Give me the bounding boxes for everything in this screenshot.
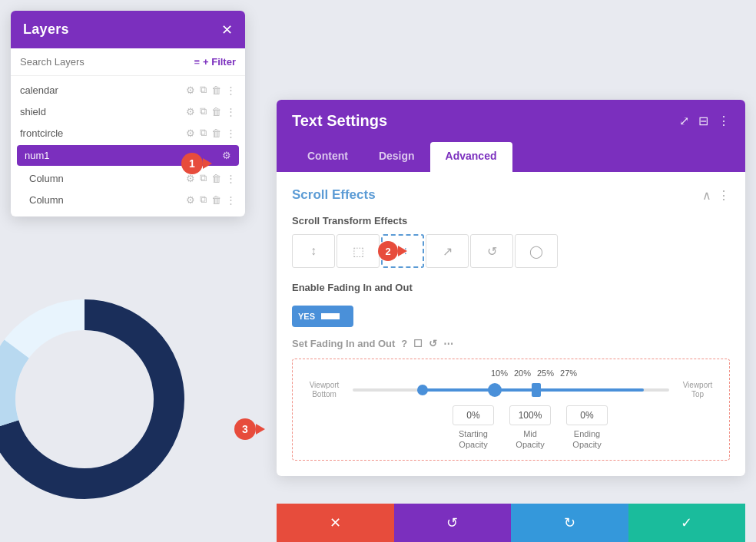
trash-icon[interactable]: 🗑 xyxy=(211,106,221,117)
scroll-effects-title: Scroll Effects xyxy=(292,187,376,203)
search-input[interactable] xyxy=(20,56,187,68)
copy-icon[interactable]: ⧉ xyxy=(200,193,207,206)
settings-tabs: Content Design Advanced xyxy=(277,142,745,172)
vertical-scroll-icon: ↕ xyxy=(310,244,317,258)
enable-fading-row: Enable Fading In and Out xyxy=(292,282,730,293)
step-badge-3: 3 xyxy=(234,418,256,440)
expand-icon[interactable]: ⤢ xyxy=(679,114,689,128)
close-icon[interactable]: ✕ xyxy=(221,23,233,37)
fading-section-label: Set Fading In and Out xyxy=(292,338,395,349)
settings-title: Text Settings xyxy=(292,112,387,130)
dots-icon[interactable]: ⋮ xyxy=(226,106,236,117)
history-icon[interactable]: ↺ xyxy=(429,338,437,349)
tab-content[interactable]: Content xyxy=(292,142,363,172)
slider-thumb-1[interactable] xyxy=(417,385,428,395)
mid-opacity-input[interactable] xyxy=(509,405,551,425)
slider-track[interactable] xyxy=(353,388,669,392)
settings-header: Text Settings ⤢ ⊟ ⋮ xyxy=(277,100,745,142)
layers-title: Layers xyxy=(23,21,69,38)
viewport-bottom-label: ViewportBottom xyxy=(305,381,343,399)
transform-btn-vertical[interactable]: ↕ xyxy=(292,234,335,268)
columns-icon[interactable]: ⊟ xyxy=(698,114,708,128)
help-icon[interactable]: ? xyxy=(401,338,407,349)
bottom-toolbar: ✕ ↺ ↻ ✓ xyxy=(277,504,745,542)
toggle-yes-label: YES xyxy=(292,309,321,324)
search-bar: ≡ + Filter xyxy=(11,48,245,76)
menu-icon[interactable]: ⋯ xyxy=(443,338,453,349)
copy-icon[interactable]: ⧉ xyxy=(200,127,207,139)
list-item[interactable]: Column ⚙ ⧉ 🗑 ⋮ xyxy=(11,167,245,189)
slider-percentages: 10% 20% 25% 27% xyxy=(305,368,717,378)
transform-btn-3[interactable]: ↗ xyxy=(426,234,469,268)
settings-body: Scroll Effects ∧ ⋮ Scroll Transform Effe… xyxy=(277,172,745,476)
opacity-icon: ◯ xyxy=(529,244,543,259)
ending-opacity-field: EndingOpacity xyxy=(566,405,608,451)
cancel-icon: ✕ xyxy=(330,514,341,531)
scroll-transform-label: Scroll Transform Effects xyxy=(292,215,730,226)
viewport-top-label: ViewportTop xyxy=(678,381,717,399)
undo-button[interactable]: ↺ xyxy=(394,504,512,542)
gear-icon[interactable]: ⚙ xyxy=(186,84,195,96)
transform-btn-4[interactable]: ↺ xyxy=(470,234,513,268)
confirm-icon: ✓ xyxy=(681,514,692,531)
mid-opacity-label: MidOpacity xyxy=(516,428,544,451)
tab-design[interactable]: Design xyxy=(363,142,430,172)
transform-btn-2[interactable]: ⬚ xyxy=(337,234,380,268)
cancel-button[interactable]: ✕ xyxy=(277,504,394,542)
enable-fading-label: Enable Fading In and Out xyxy=(292,282,413,293)
transform-buttons: ↕ ⬚ 2 ⁙ ↗ ↺ ◯ xyxy=(292,234,730,268)
layers-panel: Layers ✕ ≡ + Filter calendar ⚙ ⧉ 🗑 ⋮ shi… xyxy=(11,11,245,216)
dots-icon[interactable]: ⋮ xyxy=(226,173,236,184)
mid-opacity-field: MidOpacity xyxy=(509,405,551,451)
donut-chart xyxy=(0,292,192,507)
gear-icon[interactable]: ⚙ xyxy=(222,150,231,161)
redo-button[interactable]: ↻ xyxy=(511,504,628,542)
gear-icon[interactable]: ⚙ xyxy=(186,106,195,117)
layers-header: Layers ✕ xyxy=(11,11,245,48)
device-icon[interactable]: ☐ xyxy=(413,338,423,349)
more-icon[interactable]: ⋮ xyxy=(718,114,730,128)
dots-icon[interactable]: ⋮ xyxy=(226,127,236,139)
gear-icon[interactable]: ⚙ xyxy=(186,194,195,206)
step-badge-2: 2 xyxy=(378,241,398,261)
gear-icon[interactable]: ⚙ xyxy=(186,127,195,139)
opacity-inputs: StartingOpacity MidOpacity EndingOpacity xyxy=(305,405,717,451)
filter-button[interactable]: ≡ + Filter xyxy=(194,56,236,68)
slider-thumb-3[interactable] xyxy=(532,383,541,397)
section-header: Scroll Effects ∧ ⋮ xyxy=(292,187,730,203)
settings-panel: Text Settings ⤢ ⊟ ⋮ Content Design Advan… xyxy=(277,100,745,476)
ending-opacity-input[interactable] xyxy=(566,405,608,425)
trash-icon[interactable]: 🗑 xyxy=(211,173,221,184)
step-badge-1: 1 xyxy=(181,153,203,174)
redo-icon: ↻ xyxy=(564,514,575,531)
section-dots-icon[interactable]: ⋮ xyxy=(718,188,730,203)
list-item[interactable]: calendar ⚙ ⧉ 🗑 ⋮ xyxy=(11,79,245,101)
starting-opacity-input[interactable] xyxy=(453,405,494,425)
toggle-no-label xyxy=(321,313,340,319)
dots-icon[interactable]: ⋮ xyxy=(226,194,236,206)
list-item[interactable]: Column ⚙ ⧉ 🗑 ⋮ xyxy=(11,189,245,210)
header-icons: ⤢ ⊟ ⋮ xyxy=(679,114,730,128)
dots-icon[interactable]: ⋮ xyxy=(226,84,236,96)
undo-icon: ↺ xyxy=(446,514,458,531)
rotate-icon: ↗ xyxy=(443,244,453,259)
fading-toggle[interactable]: YES xyxy=(292,306,353,327)
viewport-row: ViewportBottom ViewportTop xyxy=(305,381,717,399)
trash-icon[interactable]: 🗑 xyxy=(211,84,221,96)
copy-icon[interactable]: ⧉ xyxy=(200,84,207,96)
slider-thumb-2[interactable] xyxy=(488,383,502,397)
list-item[interactable]: shield ⚙ ⧉ 🗑 ⋮ xyxy=(11,101,245,122)
list-item[interactable]: frontcircle ⚙ ⧉ 🗑 ⋮ xyxy=(11,122,245,144)
confirm-button[interactable]: ✓ xyxy=(628,504,746,542)
copy-icon[interactable]: ⧉ xyxy=(200,172,207,184)
transform-btn-5[interactable]: ◯ xyxy=(515,234,558,268)
fading-header: Set Fading In and Out ? ☐ ↺ ⋯ xyxy=(292,338,730,349)
filter-icon: ≡ xyxy=(194,56,200,68)
tab-advanced[interactable]: Advanced xyxy=(430,142,512,172)
trash-icon[interactable]: 🗑 xyxy=(211,194,221,206)
collapse-icon[interactable]: ∧ xyxy=(702,188,711,203)
transform-icon-2: ⬚ xyxy=(353,244,364,259)
copy-icon[interactable]: ⧉ xyxy=(200,105,207,117)
starting-opacity-label: StartingOpacity xyxy=(459,428,488,451)
trash-icon[interactable]: 🗑 xyxy=(211,127,221,139)
